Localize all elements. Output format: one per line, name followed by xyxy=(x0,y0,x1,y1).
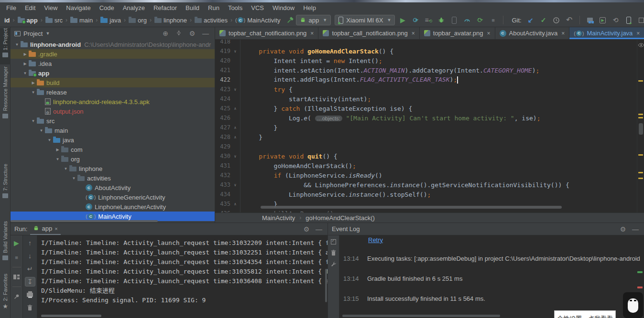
tree-row-aboutactivity[interactable]: CAboutActivity xyxy=(11,183,215,192)
menu-item-tools[interactable]: Tools xyxy=(224,4,247,11)
tree-expand-arrow-icon[interactable]: ▶ xyxy=(30,81,37,85)
tree-expand-arrow-icon[interactable]: ▼ xyxy=(22,71,29,75)
close-icon[interactable]: × xyxy=(412,30,415,37)
warning-stripe-mark[interactable] xyxy=(638,178,643,179)
wrench-icon[interactable] xyxy=(330,261,337,267)
git-update-button[interactable]: ↙ xyxy=(525,15,536,25)
close-icon[interactable]: × xyxy=(636,30,640,37)
profiler-button[interactable] xyxy=(461,15,473,25)
hide-panel-button[interactable]: — xyxy=(200,30,211,37)
fold-marker[interactable]: ∨ xyxy=(230,154,240,159)
git-history-button[interactable] xyxy=(551,15,562,25)
code-line-431[interactable]: 431 goHomeAndClearStack(); xyxy=(215,161,637,170)
code-line-420[interactable]: 420 Intent intent = new Intent(); xyxy=(215,56,637,65)
gear-icon[interactable]: ⚙ xyxy=(302,225,311,233)
tree-row-build[interactable]: ▶build xyxy=(11,78,215,87)
stop-button[interactable]: ■ xyxy=(487,15,499,25)
code-line-426[interactable]: 426 Log.e( …objects: "[Main Activity] Ca… xyxy=(215,113,637,123)
event-log-horizontal-scrollbar[interactable] xyxy=(342,315,500,317)
up-stack-trace-button[interactable]: ↑ xyxy=(25,238,35,248)
tree-row-org[interactable]: ▼org xyxy=(11,154,215,164)
clear-console-button[interactable] xyxy=(25,303,35,312)
tree-expand-arrow-icon[interactable]: ▼ xyxy=(30,90,37,95)
run-button[interactable]: ▶ xyxy=(397,15,408,25)
code-line-430[interactable]: 430∨ private void quit() { xyxy=(215,151,637,161)
tree-horizontal-scrollbar[interactable] xyxy=(11,220,158,222)
apply-changes-button[interactable]: ⟳A xyxy=(410,15,421,25)
soft-wrap-button[interactable]: ↵ xyxy=(25,264,35,274)
fold-marker[interactable]: ∧ xyxy=(230,126,240,130)
tree-expand-arrow-icon[interactable]: ▶ xyxy=(22,52,29,56)
tree-row-linphonegenericactivity[interactable]: (C)LinphoneGenericActivity xyxy=(11,192,215,202)
nav-crumb-linphone[interactable]: linphone xyxy=(153,17,188,24)
down-stack-trace-button[interactable]: ↓ xyxy=(25,251,35,261)
code-editor[interactable]: 418419∨ private void goHomeAndClearStack… xyxy=(215,40,637,212)
fold-marker[interactable]: ∨ xyxy=(230,49,240,53)
project-structure-button[interactable] xyxy=(584,15,596,25)
run-anything-button[interactable]: ▶ xyxy=(597,15,609,25)
project-view-selector[interactable]: Project ▼ xyxy=(14,30,50,37)
hide-panel-button[interactable]: — xyxy=(631,225,640,233)
locate-file-button[interactable]: ⊕ xyxy=(160,30,171,37)
tree-expand-arrow-icon[interactable]: ▶ xyxy=(22,62,29,66)
menu-item-code[interactable]: Code xyxy=(95,4,119,11)
editor-tab-topbar-call-notification-png[interactable]: topbar_call_notification.png× xyxy=(318,27,419,39)
tree-expand-arrow-icon[interactable]: ▼ xyxy=(62,167,69,171)
sdk-manager-button[interactable] xyxy=(636,15,644,25)
code-line-425[interactable]: 425∧ } catch (IllegalStateException ise)… xyxy=(215,104,637,113)
pin-tab-button[interactable] xyxy=(11,292,22,301)
breadcrumb-class[interactable]: MainActivity xyxy=(262,214,295,222)
tree-expand-arrow-icon[interactable]: ▼ xyxy=(54,157,61,161)
tree-expand-arrow-icon[interactable]: ▼ xyxy=(38,128,45,133)
menu-item-file[interactable]: File xyxy=(2,4,21,11)
scroll-to-end-button[interactable]: ↧ xyxy=(25,277,35,286)
gear-icon[interactable]: ⚙ xyxy=(187,30,197,37)
gear-icon[interactable]: ⚙ xyxy=(618,225,628,233)
attach-debugger-button[interactable] xyxy=(448,15,460,25)
tree-row-linphone[interactable]: ▼linphone xyxy=(11,164,215,173)
warning-stripe-mark[interactable] xyxy=(638,117,643,118)
inspections-eye-icon[interactable] xyxy=(638,42,644,49)
warning-stripe-mark[interactable] xyxy=(638,114,643,115)
profile-lines-button[interactable]: ≡⟲ xyxy=(423,15,434,25)
menu-item-window[interactable]: Window xyxy=(268,4,299,11)
fold-marker[interactable]: ∧ xyxy=(230,202,240,206)
breadcrumb-method[interactable]: goHomeAndClearStack() xyxy=(306,214,375,222)
nav-crumb-app[interactable]: app xyxy=(16,17,39,24)
code-line-424[interactable]: 424 startActivity(intent); xyxy=(215,94,637,104)
git-commit-button[interactable]: ✓ xyxy=(538,15,549,25)
editor-tab-topbar-avatar-png[interactable]: topbar_avatar.png× xyxy=(420,27,495,39)
close-icon[interactable]: × xyxy=(487,30,490,37)
tree-row-release[interactable]: ▼release xyxy=(11,87,215,97)
mouse-overlay-widget[interactable] xyxy=(623,292,643,318)
collapse-all-button[interactable] xyxy=(174,30,184,37)
editor-horizontal-scrollbar[interactable] xyxy=(261,206,562,209)
restore-layout-button[interactable] xyxy=(11,272,22,282)
fold-marker[interactable]: ∧ xyxy=(230,135,240,139)
code-line-434[interactable]: 434 LinphoneService.instance().stopSelf(… xyxy=(215,190,637,199)
run-configuration-select[interactable]: app ▼ xyxy=(296,15,331,25)
nav-crumb-activities[interactable]: activities xyxy=(193,17,229,24)
tool-stripe-2-favorites[interactable]: 2: Favorites★ xyxy=(0,274,11,318)
console-horizontal-scrollbar[interactable] xyxy=(41,315,101,317)
code-line-432[interactable]: 432 if (LinphoneService.isReady() xyxy=(215,170,637,180)
code-line-433[interactable]: 433∨ && LinphonePreferences.instance().g… xyxy=(215,180,637,190)
editor-vertical-scrollbar[interactable] xyxy=(639,123,643,135)
rerun-button[interactable]: ▶ xyxy=(11,238,22,248)
menu-item-vcs[interactable]: VCS xyxy=(247,4,268,11)
tree-row-linphone-android[interactable]: ▼linphone-androidC:\Users\Administrator\… xyxy=(11,40,215,49)
tree-row-activities[interactable]: ▼activities xyxy=(11,173,215,183)
code-line-436[interactable]: 436 killAppProcess(); xyxy=(215,209,637,212)
hide-panel-button[interactable]: — xyxy=(314,225,324,233)
warning-stripe-mark[interactable] xyxy=(638,172,643,173)
nav-crumb-src[interactable]: src xyxy=(44,17,64,24)
fold-marker[interactable]: ∨ xyxy=(230,183,240,187)
print-button[interactable] xyxy=(25,290,35,299)
menu-item-help[interactable]: Help xyxy=(299,4,320,11)
apply-code-changes-button[interactable]: ⟳↗ xyxy=(474,15,486,25)
editor-tab-mainactivity-java[interactable]: (C)MainActivity.java× xyxy=(569,27,644,39)
menu-item-view[interactable]: View xyxy=(40,4,62,11)
warning-stripe-mark[interactable] xyxy=(638,154,643,156)
tool-stripe-1-project[interactable]: 1: Project xyxy=(0,28,11,64)
nav-crumb-java[interactable]: java xyxy=(99,17,122,24)
